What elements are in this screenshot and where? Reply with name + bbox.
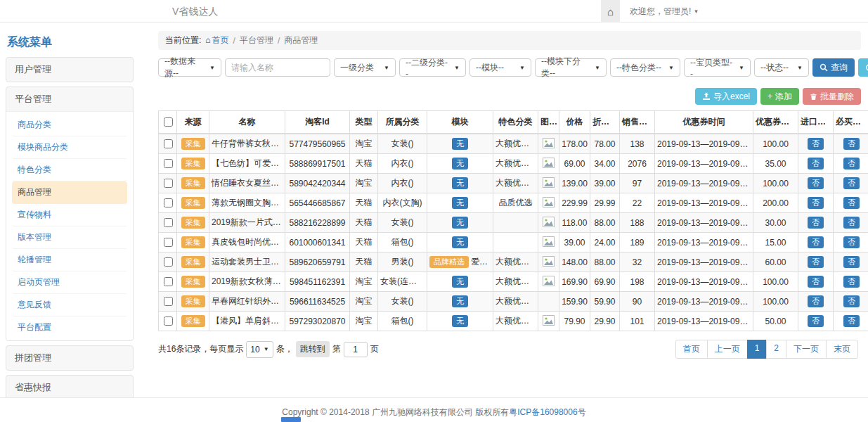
row-checkbox[interactable]	[164, 277, 173, 286]
coupon-time: 2019-09-13—2019-09-20	[655, 174, 753, 193]
must-buy-badge[interactable]: 否	[843, 177, 860, 189]
module-cell: 无	[427, 134, 493, 154]
name-search-input[interactable]	[231, 63, 324, 72]
page-button[interactable]: 1	[747, 340, 767, 359]
sales-count: 32	[620, 252, 655, 272]
coupon-time: 2019-09-13—2019-09-20	[655, 233, 753, 252]
import-select-badge[interactable]: 否	[808, 236, 824, 248]
feature-category: 大额优惠券	[493, 134, 538, 154]
import-select-badge[interactable]: 否	[808, 138, 824, 150]
row-checkbox[interactable]	[164, 297, 173, 306]
icp-link[interactable]: 粤ICP备16098006号	[509, 407, 585, 417]
must-buy-badge[interactable]: 否	[843, 217, 860, 229]
row-checkbox[interactable]	[164, 179, 173, 188]
row-checkbox[interactable]	[164, 198, 173, 207]
import-select-badge[interactable]: 否	[808, 295, 824, 307]
import-select-badge[interactable]: 否	[808, 217, 824, 229]
row-checkbox[interactable]	[164, 238, 173, 247]
sidebar-item[interactable]: 平台配置	[12, 316, 127, 338]
column-header: 必买清单	[834, 111, 868, 134]
feature-category	[493, 233, 538, 252]
row-checkbox[interactable]	[164, 218, 173, 227]
sidebar-group-heading[interactable]: 拼团管理	[6, 346, 133, 370]
reset-button[interactable]: 重置	[858, 58, 868, 77]
sidebar-item[interactable]: 模块商品分类	[12, 136, 127, 159]
sidebar-item[interactable]: 特色分类	[12, 159, 127, 181]
sidebar-item[interactable]: 意见反馈	[12, 294, 127, 316]
price: 118.00	[559, 213, 590, 233]
filter-select[interactable]: 一级分类▼	[334, 58, 396, 77]
jump-button[interactable]: 跳转到	[296, 341, 330, 357]
filter-select[interactable]: --数据来源--▼	[158, 58, 221, 77]
import-select-badge[interactable]: 否	[808, 315, 824, 327]
select-all-checkbox[interactable]	[164, 117, 173, 127]
filter-select[interactable]: --二级分类--▼	[399, 58, 466, 77]
row-checkbox[interactable]	[164, 316, 173, 326]
filter-select[interactable]: --模块下分类--▼	[535, 58, 607, 77]
home-icon: ⌂	[607, 6, 614, 18]
coupon-amount: 30.00	[753, 213, 798, 233]
module-cell: 无	[427, 193, 493, 213]
filter-select[interactable]: --模块--▼	[469, 58, 531, 77]
must-buy-badge[interactable]: 否	[843, 197, 860, 209]
must-buy-badge[interactable]: 否	[843, 236, 860, 248]
discount-price: 39.00	[590, 174, 620, 193]
page-button[interactable]: 2	[766, 340, 786, 359]
coupon-amount: 100.00	[753, 272, 798, 292]
filter-select[interactable]: --状态--▼	[754, 58, 809, 77]
coupon-amount: 35.00	[753, 154, 798, 174]
home-button[interactable]: ⌂	[601, 0, 620, 23]
page-button[interactable]: 上一页	[707, 340, 748, 359]
per-page-select[interactable]: 10▼	[246, 341, 273, 358]
feature-category: 大额优惠券	[493, 312, 538, 331]
row-checkbox[interactable]	[164, 257, 173, 267]
must-buy-badge[interactable]: 否	[843, 138, 860, 150]
filter-select[interactable]: --宝贝类型--▼	[684, 58, 751, 77]
must-buy-badge[interactable]: 否	[843, 276, 860, 288]
sidebar-item[interactable]: 版本管理	[12, 226, 127, 249]
coupon-amount: 100.00	[753, 174, 798, 193]
sidebar-group-heading[interactable]: 平台管理	[6, 87, 133, 111]
import-select-badge[interactable]: 否	[808, 276, 824, 288]
import-select-badge[interactable]: 否	[808, 197, 824, 209]
must-buy-badge[interactable]: 否	[843, 256, 860, 268]
page-button[interactable]: 下一页	[786, 340, 827, 359]
page-button[interactable]: 末页	[826, 340, 858, 359]
import-select-badge[interactable]: 否	[808, 256, 824, 268]
column-header: 销售数量	[620, 111, 655, 134]
import-select-badge[interactable]: 否	[808, 177, 824, 189]
coupon-amount: 50.00	[753, 312, 798, 331]
sidebar-item[interactable]: 轮播管理	[12, 249, 127, 271]
sidebar-group-heading[interactable]: 用户管理	[6, 58, 133, 82]
import-excel-button[interactable]: 导入excel	[695, 88, 757, 105]
select-caret-icon: ▼	[384, 65, 389, 71]
search-button[interactable]: 查询	[812, 58, 855, 77]
row-checkbox[interactable]	[164, 139, 173, 148]
sidebar-group-heading[interactable]: 省惠快报	[6, 376, 133, 397]
must-buy-badge[interactable]: 否	[843, 158, 860, 170]
filter-select[interactable]: --特色分类--▼	[610, 58, 680, 77]
table-body: 采集牛仔背带裤女秋装减龄...577479560965淘宝女装()无大额优惠券1…	[159, 134, 868, 331]
taoke-id: 565446685867	[285, 193, 350, 213]
add-button[interactable]: + 添加	[760, 88, 799, 105]
must-buy-badge[interactable]: 否	[843, 295, 860, 307]
page-number-input[interactable]	[344, 342, 368, 357]
add-icon: +	[767, 91, 772, 101]
source-badge: 采集	[181, 276, 205, 288]
coupon-amount: 200.00	[753, 193, 798, 213]
must-buy-badge[interactable]: 否	[843, 315, 860, 327]
import-select-badge[interactable]: 否	[808, 158, 824, 170]
batch-delete-button[interactable]: 批量删除	[803, 88, 861, 105]
page-button[interactable]: 首页	[675, 340, 708, 359]
product-type: 淘宝	[350, 292, 378, 312]
sidebar-item[interactable]: 宣传物料	[12, 204, 127, 226]
sidebar-item[interactable]: 启动页管理	[12, 271, 127, 294]
sidebar-item[interactable]: 商品管理	[12, 181, 127, 204]
product-category: 内衣()	[378, 174, 427, 193]
browser-status-strip	[281, 417, 301, 422]
user-menu[interactable]: 欢迎您，管理员! ▾	[620, 0, 708, 23]
breadcrumb-home-link[interactable]: ⌂首页	[205, 34, 228, 46]
row-checkbox[interactable]	[164, 159, 173, 168]
sidebar-item[interactable]: 商品分类	[12, 114, 127, 136]
source-badge: 采集	[181, 236, 205, 248]
